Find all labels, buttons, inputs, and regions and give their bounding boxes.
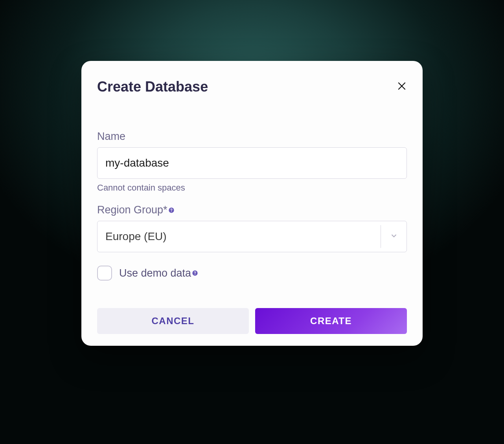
svg-point-3	[171, 211, 172, 212]
region-selected-value: Europe (EU)	[97, 230, 381, 243]
select-indicator	[381, 225, 407, 248]
close-button[interactable]	[397, 81, 407, 93]
svg-point-5	[195, 274, 195, 275]
region-label: Region Group*	[97, 204, 407, 216]
help-icon[interactable]	[168, 207, 175, 213]
name-helper-text: Cannot contain spaces	[97, 183, 407, 193]
create-database-modal: Create Database Name Cannot contain spac…	[81, 61, 423, 346]
demo-data-label: Use demo data	[119, 267, 198, 279]
close-icon	[397, 81, 407, 93]
demo-data-row: Use demo data	[97, 266, 407, 281]
name-input[interactable]	[97, 147, 407, 179]
help-icon[interactable]	[192, 270, 198, 276]
demo-data-label-text: Use demo data	[119, 267, 191, 279]
region-select[interactable]: Europe (EU)	[97, 221, 407, 252]
region-label-text: Region Group*	[97, 204, 167, 216]
modal-header: Create Database	[97, 79, 407, 95]
button-row: CANCEL CREATE	[97, 308, 407, 334]
create-button[interactable]: CREATE	[255, 308, 407, 334]
modal-title: Create Database	[97, 79, 208, 95]
name-label: Name	[97, 130, 407, 143]
chevron-down-icon	[390, 231, 398, 242]
name-field-group: Name Cannot contain spaces	[97, 130, 407, 193]
demo-data-checkbox[interactable]	[97, 266, 112, 281]
cancel-button[interactable]: CANCEL	[97, 308, 249, 334]
region-field-group: Region Group* Europe (EU)	[97, 204, 407, 252]
